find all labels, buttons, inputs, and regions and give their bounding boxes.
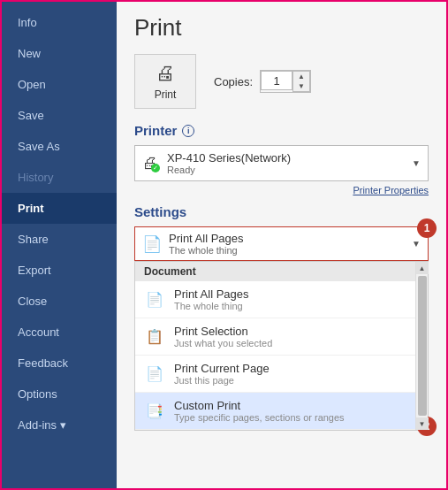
pages-dropdown-arrow: ▼ bbox=[412, 239, 421, 249]
scroll-down-button[interactable]: ▼ bbox=[416, 417, 429, 430]
main-content: Print 🖨 Print Copies: 1 ▲ ▼ Printer i 🖨 … bbox=[117, 2, 446, 488]
copies-area: Copies: 1 ▲ ▼ bbox=[214, 70, 311, 93]
dropdown-scrollbar[interactable]: ▲ ▼ bbox=[415, 262, 428, 430]
dropdown-item-all-pages[interactable]: 📄 Print All Pages The whole thing bbox=[135, 281, 428, 318]
printer-dropdown-arrow: ▼ bbox=[412, 158, 421, 168]
all-pages-main: Print All Pages bbox=[174, 287, 419, 301]
selected-pages-main: Print All Pages bbox=[169, 232, 405, 245]
page-title: Print bbox=[134, 14, 429, 42]
sidebar-item-addins[interactable]: Add-ins ▾ bbox=[2, 410, 117, 440]
print-button[interactable]: 🖨 Print bbox=[134, 54, 196, 109]
dropdown-item-selection[interactable]: 📋 Print Selection Just what you selected bbox=[135, 318, 428, 356]
sidebar-item-info[interactable]: Info bbox=[2, 7, 117, 38]
sidebar-item-feedback[interactable]: Feedback bbox=[2, 348, 117, 379]
selected-pages-text: Print All Pages The whole thing bbox=[169, 232, 405, 256]
printer-status: Ready bbox=[167, 165, 403, 175]
scroll-up-button[interactable]: ▲ bbox=[416, 262, 429, 274]
current-page-sub: Just this page bbox=[174, 375, 419, 386]
all-pages-icon: 📄 bbox=[144, 291, 165, 308]
printer-section-title: Printer bbox=[134, 123, 177, 138]
printer-ready-icon: ✓ bbox=[151, 164, 160, 172]
selection-icon: 📋 bbox=[144, 328, 165, 345]
dropdown-item-current-page[interactable]: 📄 Print Current Page Just this page bbox=[135, 356, 428, 393]
all-pages-sub: The whole thing bbox=[174, 301, 419, 311]
sidebar-item-export[interactable]: Export bbox=[2, 255, 117, 286]
dropdown-section-document: Document bbox=[135, 262, 428, 281]
current-page-main: Print Current Page bbox=[174, 362, 419, 375]
copies-decrement[interactable]: ▼ bbox=[293, 81, 309, 91]
sidebar-item-close[interactable]: Close bbox=[2, 286, 117, 317]
print-area: 🖨 Print Copies: 1 ▲ ▼ bbox=[134, 54, 429, 109]
printer-name: XP-410 Series(Network) bbox=[167, 151, 403, 165]
copies-input[interactable]: 1 bbox=[261, 71, 292, 90]
printer-device-icon: 🖨 ✓ bbox=[142, 154, 158, 172]
badge-1: 1 bbox=[417, 218, 437, 238]
print-pages-dropdown[interactable]: 📄 Print All Pages The whole thing ▼ 1 bbox=[134, 226, 429, 261]
pages-doc-icon: 📄 bbox=[142, 234, 162, 254]
dropdown-item-custom-print[interactable]: 📑 Custom Print Type specific pages, sect… bbox=[135, 393, 428, 430]
sidebar-item-options[interactable]: Options bbox=[2, 379, 117, 410]
sidebar-item-saveas[interactable]: Save As bbox=[2, 131, 117, 162]
copies-increment[interactable]: ▲ bbox=[293, 72, 309, 81]
custom-print-text: Custom Print Type specific pages, sectio… bbox=[174, 399, 410, 423]
printer-section-header: Printer i bbox=[134, 123, 429, 138]
copies-label: Copies: bbox=[214, 75, 253, 88]
printer-properties-link[interactable]: Printer Properties bbox=[134, 185, 429, 195]
sidebar-item-new[interactable]: New bbox=[2, 38, 117, 69]
printer-dropdown[interactable]: 🖨 ✓ XP-410 Series(Network) Ready ▼ bbox=[134, 145, 429, 181]
custom-print-sub: Type specific pages, sections or ranges bbox=[174, 412, 410, 423]
sidebar-item-share[interactable]: Share bbox=[2, 224, 117, 255]
sidebar-item-history: History bbox=[2, 162, 117, 193]
selection-text: Print Selection Just what you selected bbox=[174, 325, 419, 348]
current-page-text: Print Current Page Just this page bbox=[174, 362, 419, 386]
selection-main: Print Selection bbox=[174, 325, 419, 338]
scroll-thumb[interactable] bbox=[418, 276, 427, 416]
selection-sub: Just what you selected bbox=[174, 338, 419, 348]
printer-info: XP-410 Series(Network) Ready bbox=[167, 151, 403, 175]
printer-info-icon[interactable]: i bbox=[182, 125, 194, 137]
copies-spinner: ▲ ▼ bbox=[292, 71, 310, 92]
print-button-label: Print bbox=[155, 88, 177, 101]
selected-pages-sub: The whole thing bbox=[169, 245, 405, 256]
sidebar-item-save[interactable]: Save bbox=[2, 100, 117, 131]
sidebar-item-open[interactable]: Open bbox=[2, 69, 117, 100]
current-page-icon: 📄 bbox=[144, 365, 165, 382]
all-pages-text: Print All Pages The whole thing bbox=[174, 287, 419, 311]
sidebar-item-account[interactable]: Account bbox=[2, 317, 117, 348]
printer-icon: 🖨 bbox=[156, 62, 175, 85]
pages-dropdown-list: Document 📄 Print All Pages The whole thi… bbox=[134, 261, 429, 431]
sidebar-item-print[interactable]: Print bbox=[2, 193, 117, 224]
sidebar: Info New Open Save Save As History Print… bbox=[2, 2, 117, 490]
custom-print-icon: 📑 bbox=[144, 402, 165, 419]
settings-section-header: Settings bbox=[134, 204, 429, 219]
custom-print-main: Custom Print bbox=[174, 399, 410, 412]
